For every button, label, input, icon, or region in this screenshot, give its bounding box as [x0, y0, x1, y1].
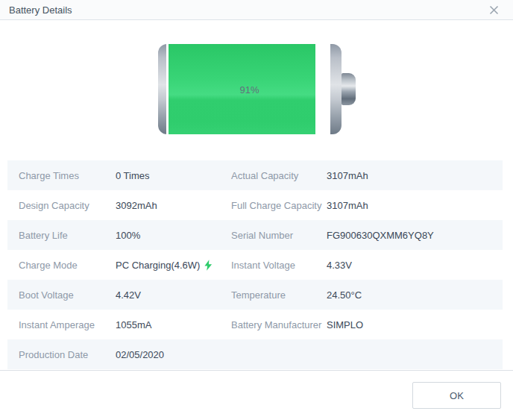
field-value: PC Charging(4.6W) — [116, 260, 231, 271]
field-value: SIMPLO — [327, 319, 503, 330]
close-icon[interactable] — [488, 4, 500, 16]
table-row: Charge ModePC Charging(4.6W)Instant Volt… — [7, 250, 503, 280]
battery-details-dialog: Battery Details 91% Charge Times0 TimesA… — [0, 0, 513, 420]
field-value: 100% — [116, 230, 231, 241]
battery-percent-label: 91% — [158, 84, 342, 95]
dialog-title: Battery Details — [9, 4, 72, 16]
field-value: 3107mAh — [327, 170, 503, 181]
field-label: Actual Capacity — [231, 170, 327, 181]
ok-button[interactable]: OK — [412, 382, 501, 409]
field-value: 1055mA — [116, 319, 231, 330]
table-row: Instant Amperage1055mABattery Manufactur… — [7, 310, 503, 339]
table-row: Battery Life100%Serial NumberFG900630QXM… — [7, 220, 503, 250]
field-label: Instant Voltage — [231, 260, 327, 271]
charging-bolt-icon — [204, 260, 213, 271]
table-row: Charge Times0 TimesActual Capacity3107mA… — [7, 160, 503, 190]
field-value: 3107mAh — [327, 200, 503, 211]
field-value: 24.50°C — [327, 289, 503, 301]
field-label: Boot Voltage — [19, 289, 116, 301]
field-label: Temperature — [231, 289, 327, 301]
field-label: Battery Manufacturer — [231, 319, 327, 330]
field-label: Design Capacity — [19, 200, 116, 211]
battery-info-table: Charge Times0 TimesActual Capacity3107mA… — [0, 160, 513, 369]
field-label: Charge Mode — [19, 260, 116, 271]
field-label: Charge Times — [19, 170, 116, 181]
field-value: 4.33V — [327, 260, 503, 271]
field-label: Production Date — [19, 349, 116, 360]
battery-graphic: 91% — [0, 44, 513, 134]
field-label: Full Charge Capacity — [231, 200, 327, 211]
field-label: Instant Amperage — [19, 319, 116, 330]
battery-terminal-nub — [342, 73, 356, 105]
field-value: 3092mAh — [116, 200, 231, 211]
field-label: Battery Life — [19, 230, 116, 241]
table-row: Boot Voltage4.42VTemperature24.50°C — [7, 280, 503, 310]
field-value: 4.42V — [116, 289, 231, 301]
dialog-titlebar: Battery Details — [0, 0, 513, 20]
field-value: 0 Times — [116, 170, 231, 181]
field-value: 02/05/2020 — [116, 349, 231, 360]
field-value: FG900630QXMM6YQ8Y — [327, 230, 503, 241]
dialog-footer: OK — [0, 370, 513, 420]
table-row: Production Date02/05/2020 — [7, 339, 503, 369]
battery-body: 91% — [158, 44, 342, 134]
field-label: Serial Number — [231, 230, 327, 241]
table-row: Design Capacity3092mAhFull Charge Capaci… — [7, 190, 503, 220]
